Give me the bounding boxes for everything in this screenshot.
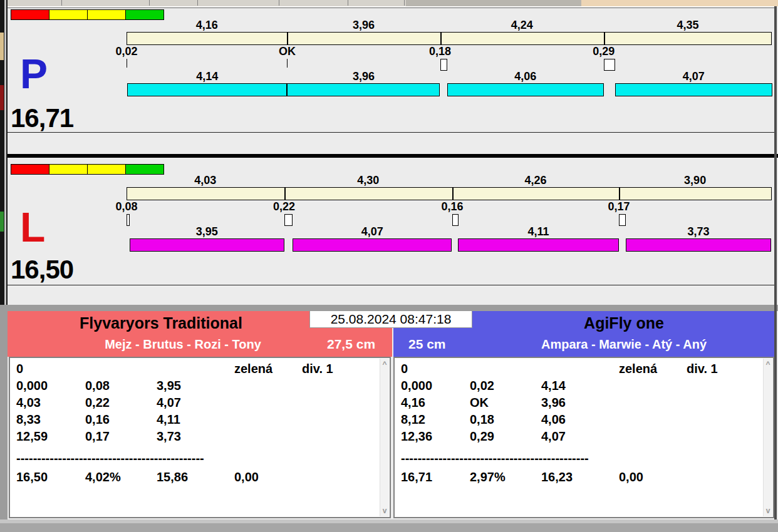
team-name: AgiFly one xyxy=(475,314,773,332)
table-cell: 4,11 xyxy=(157,412,180,426)
crossing-time-label: 0,17 xyxy=(594,201,644,212)
split-time-label: 4,03 xyxy=(127,175,284,186)
scroll-down-arrow[interactable]: v xyxy=(380,507,389,514)
run-bar xyxy=(127,83,287,96)
table-cell: OK xyxy=(470,396,489,409)
table-cell: 0,000 xyxy=(16,379,48,392)
window-right-border xyxy=(774,6,777,519)
table-total-cell: 16,50 xyxy=(16,470,48,484)
run-bar xyxy=(447,83,604,96)
split-bar-separator xyxy=(440,32,442,45)
scroll-up-arrow[interactable]: ^ xyxy=(380,361,389,368)
table-scrollbar[interactable]: ^ v xyxy=(763,359,772,516)
scroll-up-arrow[interactable]: ^ xyxy=(764,361,772,368)
divider xyxy=(8,285,775,285)
table-total-cell: 0,00 xyxy=(234,470,259,484)
team-dogs: Mejz - Brutus - Rozi - Tony xyxy=(8,337,358,352)
split-bar-separator xyxy=(452,187,454,200)
traffic-light-cell xyxy=(11,9,49,20)
crossing-tick xyxy=(127,59,127,68)
toolbar-segment xyxy=(406,0,581,6)
crossing-time-label: 0,18 xyxy=(415,46,465,57)
table-cell: 4,16 xyxy=(401,396,425,409)
table-cell: 12,59 xyxy=(16,429,48,443)
run-bar xyxy=(615,83,772,96)
run-bar xyxy=(458,238,619,252)
run-bar xyxy=(626,238,772,252)
background-patch xyxy=(0,85,4,110)
run-time-label: 4,07 xyxy=(615,71,772,82)
crossing-time-label: 0,22 xyxy=(259,201,309,212)
run-time-label: 3,95 xyxy=(130,226,284,237)
toolbar-separator xyxy=(404,0,405,6)
traffic-light-cell xyxy=(49,164,88,175)
table-cell: zelená xyxy=(619,362,657,376)
run-time-label: 4,14 xyxy=(127,71,287,82)
split-times-bar xyxy=(127,32,772,45)
background-patch xyxy=(0,212,4,232)
table-cell: 3,73 xyxy=(157,429,181,443)
run-time-label: 4,06 xyxy=(447,71,604,82)
table-cell: 0,08 xyxy=(85,379,110,392)
crossing-checkbox[interactable] xyxy=(440,59,447,71)
table-cell: 4,06 xyxy=(541,412,566,426)
table-separator-dashes: ----------------------------------------… xyxy=(16,451,204,465)
traffic-light-cell xyxy=(87,164,126,175)
table-total-cell: 16,71 xyxy=(401,470,432,484)
background-scrollbar-sliver xyxy=(4,0,6,311)
table-separator-dashes: ----------------------------------------… xyxy=(401,451,589,465)
traffic-light-cell xyxy=(49,9,88,20)
table-cell: 4,07 xyxy=(541,429,566,443)
team-name: Flyvaryors Traditional xyxy=(8,314,314,332)
table-total-cell: 2,97% xyxy=(470,470,506,484)
traffic-light-cell xyxy=(11,164,49,175)
crossing-checkbox[interactable] xyxy=(619,214,626,226)
team-results-table-left[interactable]: ^ v 0zelenádiv. 10,0000,083,954,030,224,… xyxy=(9,357,391,518)
crossing-time-label: 0,08 xyxy=(101,201,152,212)
table-cell: 0,000 xyxy=(401,379,432,392)
traffic-light-cell xyxy=(125,164,164,175)
run-time-label: 3,73 xyxy=(626,226,772,237)
split-time-label: 3,90 xyxy=(619,175,771,186)
top-toolbar-fragment xyxy=(8,0,778,6)
team-results-table-right[interactable]: ^ v 0zelenádiv. 10,0000,024,144,16OK3,96… xyxy=(393,357,774,518)
split-time-label: 4,26 xyxy=(452,175,619,186)
crossing-checkbox[interactable] xyxy=(284,214,293,226)
table-cell: 3,95 xyxy=(157,379,181,392)
divider xyxy=(8,132,775,133)
table-cell: 0,16 xyxy=(85,412,110,426)
traffic-light-cell xyxy=(125,9,164,20)
lane-letter-l: L xyxy=(20,207,45,248)
crossing-tick xyxy=(287,59,288,68)
crossing-checkbox[interactable] xyxy=(127,214,130,226)
background-patch xyxy=(0,311,8,532)
split-time-label: 3,96 xyxy=(287,19,440,31)
run-bar xyxy=(287,83,440,96)
table-cell: 3,96 xyxy=(541,396,566,409)
bottom-strip xyxy=(0,523,778,532)
split-time-label: 4,16 xyxy=(127,19,287,31)
table-total-cell: 15,86 xyxy=(157,470,188,484)
split-bar-separator xyxy=(287,32,288,45)
lane-total-time-l: 16,50 xyxy=(11,257,73,283)
toolbar-separator xyxy=(149,0,150,6)
split-bar-separator xyxy=(604,32,605,45)
table-cell: 0,17 xyxy=(85,429,110,443)
table-cell: 0,22 xyxy=(85,396,110,409)
scroll-down-arrow[interactable]: v xyxy=(764,507,772,514)
crossing-checkbox[interactable] xyxy=(604,59,615,71)
crossing-time-label: 0,16 xyxy=(427,201,477,212)
lane-letter-p: P xyxy=(20,53,48,95)
toolbar-separator xyxy=(197,0,198,6)
background-window-sliver xyxy=(0,0,8,532)
jump-height: 27,5 cm xyxy=(327,337,375,352)
crossing-checkbox[interactable] xyxy=(452,214,459,226)
lane-panel-l: L 16,50 4,034,304,263,900,080,220,160,17… xyxy=(8,158,775,285)
table-scrollbar[interactable]: ^ v xyxy=(380,359,389,516)
table-cell: 8,33 xyxy=(16,412,41,426)
table-cell: div. 1 xyxy=(687,362,718,376)
run-time-label: 4,07 xyxy=(293,226,452,237)
table-cell: 0,02 xyxy=(470,379,494,392)
traffic-light-cell xyxy=(87,9,126,20)
table-cell: zelená xyxy=(234,362,272,376)
